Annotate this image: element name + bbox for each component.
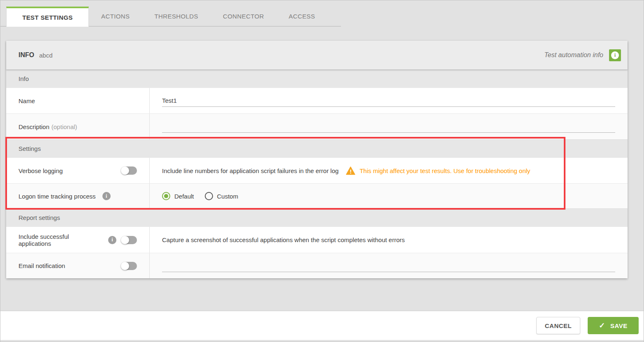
include-successful-info-icon[interactable]: i — [108, 236, 116, 244]
check-icon: ✓ — [599, 321, 605, 330]
tab-bar: TEST SETTINGS ACTIONS THRESHOLDS CONNECT… — [0, 7, 341, 27]
section-report-settings: Report settings — [6, 208, 628, 226]
cancel-button[interactable]: CANCEL — [536, 317, 580, 334]
section-settings: Settings — [6, 139, 628, 157]
panel-subtitle: abcd — [39, 52, 53, 59]
email-notification-toggle[interactable] — [122, 262, 137, 270]
logon-tracking-row: Logon time tracking process i Default Cu… — [6, 183, 628, 208]
info-icon[interactable]: i — [609, 49, 621, 61]
verbose-warning-text: This might affect your test results. Use… — [359, 167, 530, 174]
include-successful-row: Include successful applications i Captur… — [6, 226, 628, 253]
include-successful-toggle[interactable] — [122, 236, 137, 244]
email-notification-row: Email notification — [6, 253, 628, 278]
app-window: TEST SETTINGS ACTIONS THRESHOLDS CONNECT… — [0, 0, 644, 342]
test-automation-info-label: Test automation info — [544, 51, 604, 59]
email-notification-label: Email notification — [6, 253, 150, 278]
name-label: Name — [6, 88, 150, 113]
logon-info-icon[interactable]: i — [102, 192, 111, 200]
tab-connector[interactable]: CONNECTOR — [211, 7, 276, 26]
name-input[interactable] — [162, 95, 615, 107]
optional-hint: (optional) — [51, 123, 77, 130]
verbose-description: Include line numbers for application scr… — [162, 167, 338, 174]
panel-title: INFO — [19, 51, 34, 59]
tab-access[interactable]: ACCESS — [276, 7, 327, 26]
radio-custom[interactable] — [205, 192, 213, 200]
verbose-logging-label: Verbose logging — [6, 158, 150, 183]
panel-header: INFO abcd Test automation info i — [6, 41, 628, 69]
radio-option-default[interactable]: Default — [162, 192, 194, 200]
save-button[interactable]: ✓ SAVE — [588, 317, 639, 334]
email-input[interactable] — [162, 260, 615, 272]
name-row: Name — [6, 88, 628, 113]
footer-bar: CANCEL ✓ SAVE — [0, 311, 644, 340]
logon-tracking-label: Logon time tracking process i — [6, 184, 150, 208]
tab-test-settings[interactable]: TEST SETTINGS — [6, 7, 89, 27]
description-row: Description (optional) — [6, 113, 628, 139]
settings-panel: INFO abcd Test automation info i Info Na… — [6, 41, 628, 278]
description-label: Description (optional) — [6, 114, 150, 139]
verbose-logging-toggle[interactable] — [122, 166, 137, 175]
verbose-logging-row: Verbose logging Include line numbers for… — [6, 157, 628, 183]
radio-default[interactable] — [162, 192, 170, 200]
section-info: Info — [6, 69, 628, 88]
tab-actions[interactable]: ACTIONS — [89, 7, 142, 26]
description-input[interactable] — [162, 120, 615, 133]
tab-thresholds[interactable]: THRESHOLDS — [142, 7, 211, 26]
radio-option-custom[interactable]: Custom — [205, 192, 239, 200]
warning-icon — [346, 166, 355, 175]
include-successful-label: Include successful applications i — [6, 227, 150, 253]
include-successful-description: Capture a screenshot of successful appli… — [162, 236, 405, 243]
